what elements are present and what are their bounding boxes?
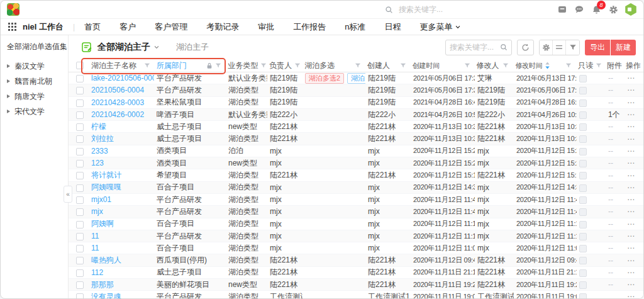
row-checkbox[interactable] (76, 257, 84, 264)
filter-icon[interactable] (400, 62, 406, 69)
readonly-checkbox[interactable] (579, 208, 587, 216)
record-link[interactable]: 20210428-0003 (91, 98, 144, 107)
row-height-lines-icon[interactable] (553, 40, 566, 55)
readonly-checkbox[interactable] (579, 87, 587, 94)
row-actions-button[interactable]: ⋯ (627, 232, 635, 240)
row-checkbox[interactable] (76, 135, 84, 143)
readonly-checkbox[interactable] (579, 160, 587, 167)
filter-icon[interactable] (565, 62, 572, 69)
nav-item-5[interactable]: 审批 (258, 21, 274, 33)
column-header-modified_at[interactable]: 修改时间 (513, 59, 575, 72)
readonly-checkbox[interactable] (579, 75, 587, 82)
create-button[interactable]: 新建 (611, 40, 636, 55)
workspace-title[interactable]: niel 工作台 (23, 21, 64, 33)
column-header-modifier[interactable]: 修改人 (474, 59, 513, 72)
sidebar-item-3[interactable]: 隋唐文学 (7, 89, 64, 104)
row-actions-button[interactable]: ⋯ (627, 135, 635, 144)
row-checkbox[interactable] (76, 281, 84, 289)
row-actions-button[interactable]: ⋯ (627, 292, 635, 298)
refresh-button[interactable] (517, 40, 534, 55)
view-title[interactable]: 全部湖泊主子 (97, 42, 150, 53)
readonly-checkbox[interactable] (579, 196, 587, 204)
readonly-checkbox[interactable] (579, 111, 587, 119)
sidebar-item-1[interactable]: 秦汉文学 (7, 59, 64, 74)
row-checkbox[interactable] (76, 233, 84, 240)
record-link[interactable]: 将计就计 (91, 171, 121, 179)
sidebar-collapse-handle[interactable]: « (64, 186, 72, 203)
row-checkbox[interactable] (76, 148, 84, 155)
nav-item-more[interactable]: 更多菜单 (419, 21, 461, 33)
row-checkbox[interactable] (76, 87, 84, 94)
record-link[interactable]: 没有灵魂 (91, 292, 121, 298)
filter-icon[interactable] (144, 62, 150, 69)
row-checkbox[interactable] (76, 269, 84, 277)
row-checkbox[interactable] (76, 111, 84, 119)
nav-item-2[interactable]: 客户 (119, 21, 136, 33)
column-header-actions[interactable]: 操作 (623, 59, 643, 72)
record-link[interactable]: 112 (91, 268, 103, 277)
column-header-readonly[interactable]: 只读 (575, 59, 604, 72)
record-link[interactable]: 刘拉拉 (91, 134, 114, 143)
table-search-input[interactable]: 搜索关键字... (445, 40, 512, 55)
row-checkbox[interactable] (76, 123, 84, 131)
column-header-created_at[interactable]: 创建时间 (410, 59, 474, 72)
readonly-checkbox[interactable] (579, 281, 587, 289)
view-subtitle[interactable]: 湖泊主子 (176, 42, 209, 53)
row-actions-button[interactable]: ⋯ (627, 86, 635, 94)
row-actions-button[interactable]: ⋯ (627, 195, 635, 204)
row-checkbox[interactable] (76, 75, 84, 82)
settings-gear-icon[interactable] (608, 4, 619, 15)
row-actions-button[interactable]: ⋯ (627, 171, 635, 180)
filter-icon[interactable] (355, 62, 361, 69)
row-actions-button[interactable]: ⋯ (627, 147, 635, 155)
row-checkbox[interactable] (76, 196, 84, 204)
record-link[interactable]: 阿姨啊 (91, 219, 114, 228)
select-all-checkbox[interactable] (76, 62, 84, 69)
nav-item-4[interactable]: 考勤记录 (206, 21, 239, 33)
readonly-checkbox[interactable] (579, 172, 587, 179)
filter-icon[interactable] (464, 62, 470, 69)
readonly-checkbox[interactable] (579, 135, 587, 143)
nav-item-8[interactable]: 日程 (384, 21, 401, 33)
filter-icon[interactable] (502, 62, 509, 69)
messages-icon[interactable] (574, 4, 585, 15)
row-actions-button[interactable]: ⋯ (627, 220, 635, 228)
filter-funnel-icon[interactable] (566, 40, 579, 55)
row-actions-button[interactable]: ⋯ (627, 110, 635, 119)
filter-icon[interactable] (260, 62, 267, 69)
row-actions-button[interactable]: ⋯ (627, 280, 635, 289)
readonly-checkbox[interactable] (579, 99, 587, 107)
record-link[interactable]: mjx01 (91, 195, 111, 204)
row-actions-button[interactable]: ⋯ (627, 256, 635, 265)
record-link[interactable]: 20210506-0004 (91, 86, 144, 94)
row-checkbox[interactable] (76, 172, 84, 179)
app-logo[interactable] (7, 3, 19, 16)
readonly-checkbox[interactable] (579, 184, 587, 192)
row-actions-button[interactable]: ⋯ (627, 207, 635, 216)
filter-icon[interactable] (215, 62, 221, 69)
row-checkbox[interactable] (76, 160, 84, 167)
readonly-checkbox[interactable] (579, 123, 587, 131)
column-header-owner[interactable]: 负责人 (267, 59, 302, 72)
sidebar-item-2[interactable]: 魏晋南北朝 (7, 74, 64, 89)
row-actions-button[interactable]: ⋯ (627, 183, 635, 192)
column-header-name[interactable]: 湖泊主子名称 (89, 59, 154, 72)
row-checkbox[interactable] (76, 99, 84, 107)
user-avatar[interactable] (625, 3, 637, 16)
notebook-icon[interactable] (557, 4, 568, 15)
record-link[interactable]: 2333 (91, 147, 108, 155)
row-checkbox[interactable] (76, 221, 84, 228)
filter-icon[interactable] (294, 62, 301, 69)
readonly-checkbox[interactable] (579, 269, 587, 277)
column-header-attachment[interactable]: 附件 (604, 59, 623, 72)
notifications-bell-icon[interactable]: 8 (591, 4, 602, 15)
global-search[interactable]: 搜索关键字... (383, 4, 464, 15)
row-actions-button[interactable]: ⋯ (627, 98, 635, 107)
row-checkbox[interactable] (76, 208, 84, 216)
record-link[interactable]: 那那那 (91, 280, 114, 289)
record-link[interactable]: 20210426-0002 (91, 110, 144, 119)
record-link[interactable]: lake-20210506-0005 (91, 74, 154, 82)
filter-icon[interactable] (596, 62, 602, 69)
record-link[interactable]: 嘬热狗人 (91, 256, 121, 264)
row-actions-button[interactable]: ⋯ (627, 268, 635, 277)
